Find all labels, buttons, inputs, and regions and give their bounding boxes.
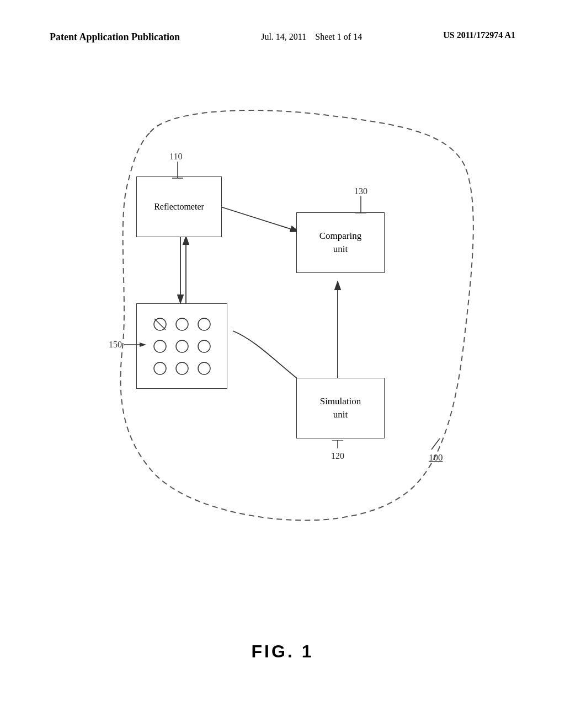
reflectometer-label: Reflectometer — [154, 201, 204, 213]
ref-100: 100 — [429, 438, 451, 463]
svg-point-15 — [176, 340, 188, 352]
comparing-label: Comparingunit — [319, 229, 362, 256]
wafer-circle-9 — [196, 361, 212, 376]
wafer-circle-4 — [152, 339, 168, 354]
wafer-box — [136, 303, 227, 389]
comparing-box: Comparingunit — [296, 212, 385, 273]
svg-point-14 — [154, 340, 166, 352]
svg-point-12 — [176, 318, 188, 330]
wafer-circle-3 — [196, 317, 212, 332]
svg-point-19 — [198, 362, 210, 374]
page: Patent Application Publication Jul. 14, … — [0, 0, 565, 728]
wafer-circle-5 — [174, 339, 190, 354]
wafer-circle-6 — [196, 339, 212, 354]
wafer-circle-1 — [152, 317, 168, 332]
diagram-area: Reflectometer 110 Comparingunit 130 — [84, 99, 481, 529]
svg-point-13 — [198, 318, 210, 330]
simulation-label: Simulationunit — [320, 395, 361, 421]
svg-point-17 — [154, 362, 166, 374]
wafer-circle-2 — [174, 317, 190, 332]
ref-130: 130 — [354, 186, 372, 216]
simulation-box: Simulationunit — [296, 378, 385, 438]
header-patent-number: US 2011/172974 A1 — [443, 30, 515, 40]
ref-150: 150 — [109, 340, 146, 350]
svg-marker-21 — [140, 342, 146, 347]
ref-110: 110 — [169, 152, 189, 181]
header-date-sheet: Jul. 14, 2011 Sheet 1 of 14 — [261, 30, 362, 44]
reflectometer-box: Reflectometer — [136, 176, 222, 237]
header: Patent Application Publication Jul. 14, … — [0, 30, 565, 44]
svg-line-24 — [431, 438, 440, 449]
svg-point-18 — [176, 362, 188, 374]
header-date: Jul. 14, 2011 — [261, 32, 306, 41]
ref-120: 120 — [329, 440, 346, 461]
header-publication-label: Patent Application Publication — [50, 30, 180, 44]
wafer-circle-8 — [174, 361, 190, 376]
svg-point-16 — [198, 340, 210, 352]
svg-line-11 — [154, 319, 166, 330]
header-sheet: Sheet 1 of 14 — [315, 32, 362, 41]
figure-caption: FIG. 1 — [252, 641, 314, 662]
wafer-circle-7 — [152, 361, 168, 376]
